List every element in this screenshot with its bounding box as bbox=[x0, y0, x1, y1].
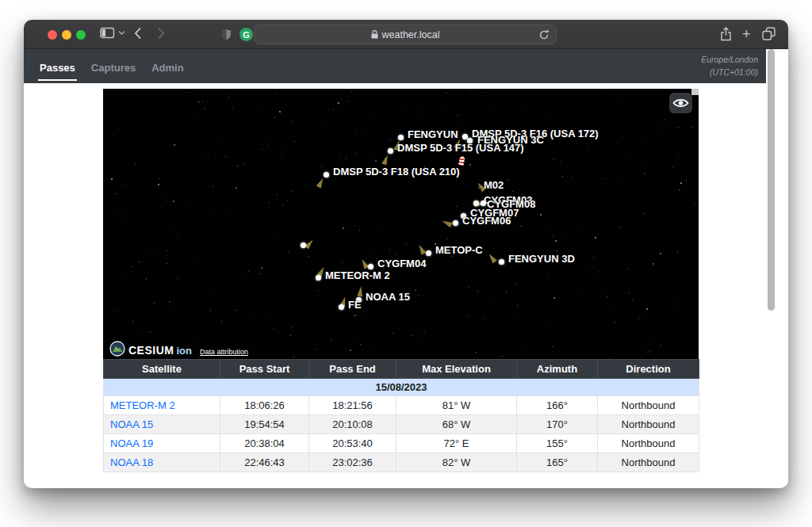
satellite-dot[interactable] bbox=[499, 259, 504, 265]
star bbox=[629, 292, 630, 293]
satellite-label[interactable]: METOP-C bbox=[435, 244, 483, 256]
star bbox=[290, 335, 291, 336]
forward-button[interactable] bbox=[157, 27, 165, 40]
close-window-button[interactable] bbox=[48, 30, 57, 40]
page-scrollbar-thumb[interactable] bbox=[768, 49, 775, 311]
star bbox=[419, 112, 419, 113]
tab-admin[interactable]: Admin bbox=[150, 52, 185, 81]
sidebar-chevron-down-icon[interactable] bbox=[118, 30, 125, 36]
star bbox=[321, 166, 322, 166]
back-button[interactable] bbox=[134, 27, 142, 40]
pass-cell: 170° bbox=[517, 415, 598, 434]
star bbox=[124, 184, 125, 185]
satellite-link[interactable]: NOAA 19 bbox=[104, 434, 220, 453]
satellite-dot[interactable] bbox=[388, 148, 393, 154]
star bbox=[167, 200, 167, 200]
satellite-dot[interactable] bbox=[453, 220, 458, 226]
star bbox=[641, 142, 642, 143]
star bbox=[458, 115, 458, 116]
col-header-satellite: Satellite bbox=[104, 360, 220, 379]
star bbox=[553, 297, 555, 299]
star bbox=[478, 187, 480, 189]
visibility-toggle-button[interactable] bbox=[669, 93, 692, 113]
star bbox=[185, 92, 186, 93]
star bbox=[446, 93, 446, 94]
star bbox=[465, 256, 465, 257]
satellite-dot[interactable] bbox=[398, 135, 404, 140]
star bbox=[622, 136, 623, 137]
star bbox=[412, 335, 413, 336]
eye-icon bbox=[672, 97, 689, 109]
star bbox=[661, 345, 661, 346]
star bbox=[269, 202, 270, 203]
rocket-model[interactable] bbox=[458, 155, 466, 166]
reload-icon[interactable] bbox=[538, 29, 550, 40]
star bbox=[346, 158, 347, 159]
star bbox=[477, 291, 478, 292]
satellite-dot[interactable] bbox=[481, 200, 486, 206]
star bbox=[645, 347, 646, 348]
star bbox=[232, 107, 233, 108]
star bbox=[169, 301, 170, 303]
zoom-window-button[interactable] bbox=[76, 30, 86, 40]
star bbox=[552, 346, 553, 347]
satellite-label[interactable]: NOAA 15 bbox=[366, 291, 410, 303]
satellite-link[interactable]: NOAA 15 bbox=[104, 415, 220, 434]
satellite-dot[interactable] bbox=[473, 200, 479, 206]
satellite-label[interactable]: DMSP 5D-3 F15 (USA 147) bbox=[397, 142, 524, 154]
star bbox=[544, 114, 545, 115]
cesium-globe-viewport[interactable]: FENGYUNDMSP 5D-3 F16 (USA 172)FENGYUN 3C… bbox=[103, 89, 699, 359]
grammarly-extension-icon[interactable]: G bbox=[239, 28, 253, 41]
satellite-label[interactable]: METEOR-M 2 bbox=[325, 269, 390, 281]
satellite-link[interactable]: METEOR-M 2 bbox=[104, 396, 220, 415]
pass-cell: Northbound bbox=[598, 396, 699, 415]
satellite-dot[interactable] bbox=[339, 304, 344, 310]
satellite-label[interactable]: M02 bbox=[484, 179, 504, 191]
star bbox=[274, 236, 275, 237]
star bbox=[240, 278, 241, 279]
data-attribution-link[interactable]: Data attribution bbox=[200, 348, 248, 356]
star bbox=[660, 253, 661, 254]
satellite-label[interactable]: DMSP 5D-3 F18 (USA 210) bbox=[333, 166, 460, 178]
pass-cell: 19:54:54 bbox=[220, 415, 309, 434]
star bbox=[512, 191, 513, 192]
new-tab-button[interactable]: + bbox=[742, 26, 751, 43]
pass-cell: 20:38:04 bbox=[220, 434, 309, 453]
tab-passes[interactable]: Passes bbox=[38, 52, 77, 81]
sidebar-toggle-icon[interactable] bbox=[100, 27, 115, 39]
satellite-dot[interactable] bbox=[368, 264, 373, 269]
star bbox=[292, 327, 293, 328]
star bbox=[628, 269, 629, 269]
star bbox=[180, 136, 181, 136]
satellite-label[interactable]: CYGFM04 bbox=[377, 258, 426, 269]
star bbox=[210, 310, 211, 311]
star bbox=[293, 357, 294, 357]
satellite-label[interactable]: FENGYUN 3D bbox=[508, 253, 575, 265]
star bbox=[605, 89, 606, 90]
address-bar[interactable]: weather.local bbox=[254, 25, 557, 44]
satellite-label[interactable]: CYGFM06 bbox=[462, 215, 511, 227]
pass-cell: 72° E bbox=[396, 434, 517, 453]
satellite-link[interactable]: NOAA 18 bbox=[104, 453, 220, 472]
satellite-dot[interactable] bbox=[301, 242, 306, 248]
tab-captures[interactable]: Captures bbox=[90, 52, 137, 81]
star bbox=[680, 182, 682, 184]
satellite-label[interactable]: FE bbox=[348, 299, 362, 311]
privacy-shield-icon[interactable] bbox=[221, 29, 232, 40]
star bbox=[686, 180, 687, 181]
satellite-dot[interactable] bbox=[324, 172, 329, 178]
star bbox=[555, 240, 557, 242]
minimize-window-button[interactable] bbox=[62, 30, 71, 40]
star bbox=[553, 236, 553, 237]
satellite-dot[interactable] bbox=[426, 250, 431, 256]
star bbox=[544, 231, 545, 231]
pass-cell: 18:21:56 bbox=[309, 396, 396, 415]
satellite-dot[interactable] bbox=[316, 275, 321, 281]
tab-overview-icon[interactable] bbox=[762, 27, 776, 40]
passes-header-row: Satellite Pass Start Pass End Max Elevat… bbox=[104, 360, 699, 379]
share-icon[interactable] bbox=[720, 27, 732, 41]
star bbox=[588, 270, 589, 271]
satellite-label[interactable]: FENGYUN bbox=[408, 128, 458, 140]
pass-row: NOAA 1920:38:0420:53:4072° E155°Northbou… bbox=[104, 434, 699, 453]
star bbox=[656, 307, 657, 307]
